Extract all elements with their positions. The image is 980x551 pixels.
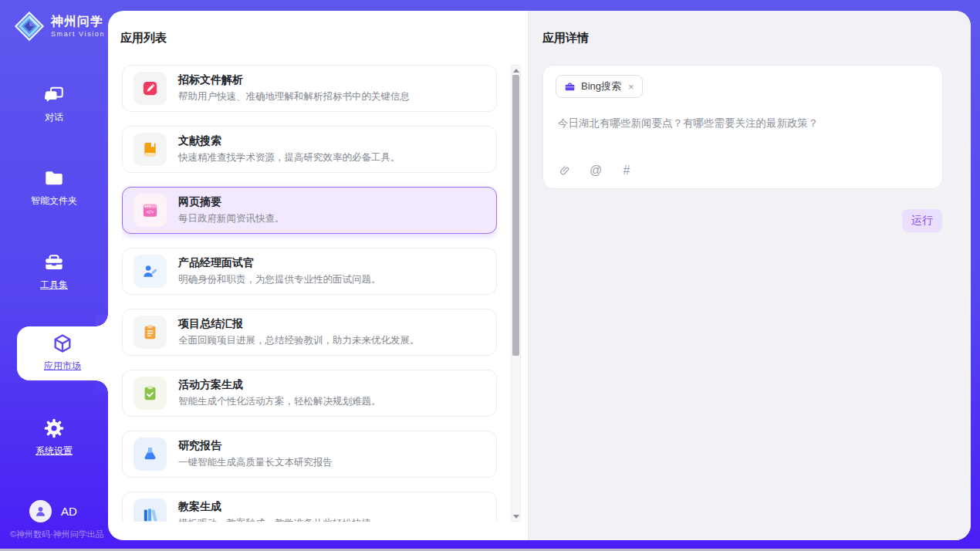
flask-icon: [133, 438, 167, 471]
tool-tag-label: Bing搜索: [581, 79, 621, 93]
sidebar-item-toolset[interactable]: 工具集: [0, 251, 108, 292]
app-list-item[interactable]: </>网页摘要每日政府新闻资讯快查。: [122, 187, 497, 234]
app-item-desc: 智能生成个性化活动方案，轻松解决规划难题。: [178, 395, 381, 408]
app-item-text: 文献搜索快速精准查找学术资源，提高研究效率的必备工具。: [178, 134, 400, 164]
app-item-text: 研究报告一键智能生成高质量长文本研究报告: [178, 439, 333, 469]
clipboard-check-icon: [133, 377, 167, 410]
cube-icon: [51, 332, 74, 355]
sidebar-item-chat[interactable]: 对话: [0, 83, 108, 124]
app-item-name: 研究报告: [178, 439, 333, 453]
person-icon: [33, 504, 48, 519]
app-item-name: 产品经理面试官: [178, 256, 381, 270]
app-item-text: 产品经理面试官明确身份和职责，为您提供专业性的面试问题。: [178, 256, 381, 286]
brand-name: 神州问学: [51, 15, 105, 29]
mention-icon[interactable]: @: [589, 164, 603, 177]
sidebar-item-label: 智能文件夹: [31, 194, 77, 208]
book-icon: [133, 133, 167, 166]
run-button[interactable]: 运行: [902, 209, 942, 232]
pill-notch-top: [96, 314, 108, 326]
briefcase-icon: [564, 81, 576, 93]
remove-tag-icon[interactable]: ×: [628, 81, 634, 93]
app-item-desc: 每日政府新闻资讯快查。: [178, 212, 285, 225]
interviewer-icon: [133, 255, 167, 288]
app-item-text: 活动方案生成智能生成个性化活动方案，轻松解决规划难题。: [178, 378, 381, 408]
app-item-text: 项目总结汇报全面回顾项目进展，总结经验教训，助力未来优化发展。: [178, 317, 420, 347]
scrollbar-thumb[interactable]: [512, 75, 519, 356]
app-list-panel: 应用列表 招标文件解析帮助用户快速、准确地理解和解析招标书中的关键信息文献搜索快…: [108, 11, 528, 540]
composer-toolbar: @#: [558, 164, 634, 177]
app-list-item[interactable]: 项目总结汇报全面回顾项目进展，总结经验教训，助力未来优化发展。: [122, 309, 497, 356]
app-list-item[interactable]: 教案生成模板驱动，教案秒成，教学准备从此轻松快捷: [122, 492, 497, 522]
chat-icon: [42, 83, 66, 106]
folder-icon: [42, 167, 66, 190]
app-detail-title: 应用详情: [542, 31, 589, 46]
app-list-item[interactable]: 研究报告一键智能生成高质量长文本研究报告: [122, 431, 497, 478]
app-list-item[interactable]: 产品经理面试官明确身份和职责，为您提供专业性的面试问题。: [122, 248, 497, 295]
scroll-up-button[interactable]: [512, 66, 520, 75]
app-list: 招标文件解析帮助用户快速、准确地理解和解析招标书中的关键信息文献搜索快速精准查找…: [122, 65, 497, 522]
app-detail-panel: 应用详情 Bing搜索 × 今日湖北有哪些新闻要点？有哪些需要关注的最新政策？ …: [528, 11, 971, 540]
main-content: 应用列表 招标文件解析帮助用户快速、准确地理解和解析招标书中的关键信息文献搜索快…: [108, 11, 971, 540]
app-item-desc: 快速精准查找学术资源，提高研究效率的必备工具。: [178, 151, 400, 164]
copyright-text: ©神州数码·神州问学出品: [10, 529, 104, 540]
prompt-card: Bing搜索 × 今日湖北有哪些新闻要点？有哪些需要关注的最新政策？ @#: [542, 65, 943, 189]
scrollbar[interactable]: [511, 65, 521, 522]
prompt-input[interactable]: 今日湖北有哪些新闻要点？有哪些需要关注的最新政策？: [558, 117, 928, 130]
tool-tag-bing-search[interactable]: Bing搜索 ×: [556, 75, 643, 98]
hash-icon[interactable]: #: [620, 164, 634, 177]
triangle-up-icon: [513, 69, 519, 73]
svg-text:</>: </>: [147, 209, 154, 215]
app-item-name: 项目总结汇报: [178, 317, 420, 331]
app-item-name: 网页摘要: [178, 195, 285, 209]
sidebar-item-label: 系统设置: [35, 445, 73, 458]
gear-icon: [42, 417, 66, 440]
sidebar-item-label: 对话: [45, 111, 63, 124]
brand-tagline: Smart Vision: [51, 30, 105, 38]
app-item-text: 网页摘要每日政府新闻资讯快查。: [178, 195, 285, 225]
toolbox-icon: [42, 251, 66, 274]
paperclip-icon[interactable]: [558, 164, 572, 177]
app-item-text: 招标文件解析帮助用户快速、准确地理解和解析招标书中的关键信息: [178, 73, 410, 103]
app-list-item[interactable]: 文献搜索快速精准查找学术资源，提高研究效率的必备工具。: [122, 126, 497, 173]
app-list-item[interactable]: 招标文件解析帮助用户快速、准确地理解和解析招标书中的关键信息: [122, 65, 497, 112]
app-list-title: 应用列表: [120, 31, 167, 46]
app-item-desc: 一键智能生成高质量长文本研究报告: [178, 456, 333, 469]
app-item-desc: 帮助用户快速、准确地理解和解析招标书中的关键信息: [178, 90, 410, 103]
app-item-text: 教案生成模板驱动，教案秒成，教学准备从此轻松快捷: [178, 500, 371, 522]
app-item-name: 教案生成: [178, 500, 371, 514]
diamond-logo-icon: [14, 11, 45, 42]
sidebar-item-label: 工具集: [40, 279, 68, 292]
app-item-desc: 明确身份和职责，为您提供专业性的面试问题。: [178, 273, 381, 286]
edit-doc-icon: [133, 72, 167, 105]
avatar: [29, 500, 52, 522]
app-window: 神州问学 Smart Vision 对话智能文件夹工具集应用市场系统设置 AD …: [0, 0, 980, 551]
books-icon: [133, 499, 167, 522]
user-row[interactable]: AD: [29, 500, 77, 522]
app-item-name: 招标文件解析: [178, 73, 410, 87]
browser-icon: </>: [133, 194, 167, 227]
sidebar: 神州问学 Smart Vision 对话智能文件夹工具集应用市场系统设置 AD …: [0, 0, 108, 551]
pill-notch-bottom: [96, 380, 108, 393]
sidebar-item-system-settings[interactable]: 系统设置: [0, 417, 108, 458]
sidebar-item-label: 应用市场: [44, 360, 81, 373]
triangle-down-icon: [513, 515, 519, 519]
app-item-desc: 全面回顾项目进展，总结经验教训，助力未来优化发展。: [178, 334, 420, 347]
app-item-desc: 模板驱动，教案秒成，教学准备从此轻松快捷: [178, 517, 371, 522]
app-item-name: 活动方案生成: [178, 378, 381, 392]
clipboard-icon: [133, 316, 167, 349]
sidebar-item-app-market[interactable]: 应用市场: [17, 332, 108, 373]
sidebar-active-pill: 应用市场: [17, 326, 108, 380]
brand-logo: 神州问学 Smart Vision: [14, 11, 105, 42]
app-list-item[interactable]: 活动方案生成智能生成个性化活动方案，轻松解决规划难题。: [122, 370, 497, 417]
scroll-down-button[interactable]: [512, 512, 520, 521]
user-initials: AD: [61, 505, 77, 518]
app-item-name: 文献搜索: [178, 134, 400, 148]
sidebar-item-smart-folders[interactable]: 智能文件夹: [0, 167, 108, 208]
